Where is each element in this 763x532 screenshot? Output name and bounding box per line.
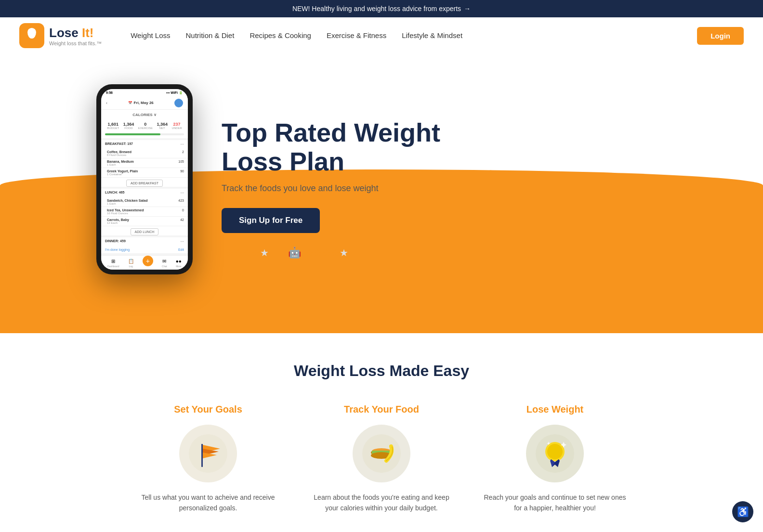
login-button[interactable]: Login xyxy=(697,27,744,45)
navbar: Lose It! Weight loss that fits.™ Weight … xyxy=(0,17,763,54)
cal-net: 1,364 NET xyxy=(157,122,168,130)
hero-title: Top Rated Weight Loss Plan xyxy=(222,118,462,176)
breakfast-section: BREAKFAST: 197 ··· Coffee, Brewed 8 Flui… xyxy=(101,140,188,187)
edit-link[interactable]: Edit xyxy=(178,248,184,251)
logo-name: Lose It! xyxy=(49,26,102,40)
phone-time: 9:56 xyxy=(106,91,113,95)
features-grid: Set Your Goals Tell us what you want to … xyxy=(117,404,646,514)
accessibility-button[interactable]: ♿ xyxy=(732,501,753,522)
top-banner: NEW! Healthy living and weight loss advi… xyxy=(0,0,763,17)
lunch-item-0: Sandwich, Chicken Salad 1 Each 423 xyxy=(101,197,188,207)
calories-row: 1,601 BUDGET 1,364 FOOD 0 EXERCISE 1,364… xyxy=(101,120,188,131)
svg-point-16 xyxy=(547,444,563,459)
nav-item-exercise[interactable]: Exercise & Fitness xyxy=(327,31,386,40)
phone-nav-add[interactable]: + xyxy=(143,256,153,266)
logo-icon xyxy=(19,23,44,48)
phone-nav-log[interactable]: 📋 Log xyxy=(128,259,134,268)
done-row: I'm done logging Edit xyxy=(101,246,188,253)
feature-track-title: Track Your Food xyxy=(309,404,454,415)
phone-nav-more[interactable]: ●● More xyxy=(176,259,182,268)
user-avatar xyxy=(174,99,183,107)
nav-item-lifestyle[interactable]: Lifestyle & Mindset xyxy=(402,31,462,40)
done-logging-text: I'm done logging xyxy=(105,248,130,251)
feature-track-icon xyxy=(353,425,410,482)
nav-item-recipes[interactable]: Recipes & Cooking xyxy=(250,31,311,40)
svg-point-3 xyxy=(31,31,33,33)
feature-track-food: Track Your Food Learn about the foods yo… xyxy=(309,404,454,514)
calories-header: CALORIES ∨ xyxy=(101,110,188,120)
lunch-section: LUNCH: 465 ··· Sandwich, Chicken Salad 1… xyxy=(101,189,188,235)
phone-mockup: 9:56 ▪▪▪ WiFi 🔋 ‹ 📅 Fri, May 26 CALORIES… xyxy=(96,84,193,274)
cal-exercise: 0 EXERCISE xyxy=(138,122,153,130)
feature-goals-desc: Tell us what you want to acheive and rec… xyxy=(136,492,280,514)
hero-content: 9:56 ▪▪▪ WiFi 🔋 ‹ 📅 Fri, May 26 CALORIES… xyxy=(0,84,763,303)
add-lunch-button[interactable]: ADD LUNCH xyxy=(131,228,159,235)
dinner-dots: ··· xyxy=(180,239,184,244)
feature-set-goals: Set Your Goals Tell us what you want to … xyxy=(136,404,280,514)
lunch-header: LUNCH: 465 ··· xyxy=(101,189,188,197)
phone-status-bar: 9:56 ▪▪▪ WiFi 🔋 xyxy=(101,89,188,97)
lunch-label: LUNCH: 465 xyxy=(105,191,124,195)
cal-budget: 1,601 BUDGET xyxy=(107,122,119,130)
breakfast-dots: ··· xyxy=(180,142,184,147)
hero-subtitle: Track the foods you love and lose weight xyxy=(222,183,462,194)
accessibility-icon: ♿ xyxy=(737,506,749,518)
android-stars: ★★★★★ xyxy=(305,247,348,259)
features-title: Weight Loss Made Easy xyxy=(19,362,744,380)
phone-screen: 9:56 ▪▪▪ WiFi 🔋 ‹ 📅 Fri, May 26 CALORIES… xyxy=(101,89,188,270)
breakfast-label: BREAKFAST: 197 xyxy=(105,142,133,147)
cal-under: 237 UNDER xyxy=(171,122,182,130)
breakfast-item-2: Greek Yogurt, Plain 1 Container 90 xyxy=(101,168,188,178)
phone-nav-dashboard[interactable]: ⊞ Dashboard xyxy=(107,259,119,268)
dinner-label: DINNER: 459 xyxy=(105,239,126,244)
progress-bar-wrap xyxy=(101,131,188,138)
svg-rect-5 xyxy=(201,444,203,467)
lunch-item-1: Iced Tea, Unsweetened 16 Fluid Ounces 0 xyxy=(101,207,188,217)
logo-text-area: Lose It! Weight loss that fits.™ xyxy=(49,26,102,46)
apple-stars: ★★★★★ xyxy=(225,247,269,259)
progress-fill xyxy=(105,133,160,135)
breakfast-header: BREAKFAST: 197 ··· xyxy=(101,140,188,149)
phone-nav-chat[interactable]: ✉ Chat xyxy=(162,259,167,268)
android-icon: 🤖 xyxy=(288,247,301,259)
dinner-header: DINNER: 459 ··· xyxy=(101,237,188,246)
phone-header: ‹ 📅 Fri, May 26 xyxy=(101,97,188,110)
dinner-section: DINNER: 459 ··· I'm done logging Edit xyxy=(101,237,188,253)
back-arrow: ‹ xyxy=(106,101,107,105)
hero-section: 9:56 ▪▪▪ WiFi 🔋 ‹ 📅 Fri, May 26 CALORIES… xyxy=(0,54,763,333)
feature-lose-weight: Lose Weight Reach your goals and continu… xyxy=(483,404,627,514)
features-section: Weight Loss Made Easy Set Your Goals Tel… xyxy=(0,333,763,532)
phone-nav: ⊞ Dashboard 📋 Log + ✉ Chat ●● More xyxy=(101,255,188,270)
logo-area: Lose It! Weight loss that fits.™ xyxy=(19,23,102,48)
svg-point-2 xyxy=(30,31,34,37)
ratings-row: ★★★★★ 🤖 ★★★★★ xyxy=(222,247,462,259)
logo-svg xyxy=(24,27,40,44)
banner-text: NEW! Healthy living and weight loss advi… xyxy=(292,5,461,13)
banner-arrow: → xyxy=(464,5,471,13)
cal-food: 1,364 FOOD xyxy=(123,122,134,130)
feature-goals-title: Set Your Goals xyxy=(136,404,280,415)
signup-button[interactable]: Sign Up for Free xyxy=(222,208,320,233)
svg-point-1 xyxy=(28,30,35,39)
add-breakfast-button[interactable]: ADD BREAKFAST xyxy=(126,180,163,187)
nav-links: Weight Loss Nutrition & Diet Recipes & C… xyxy=(131,31,697,40)
feature-goals-icon xyxy=(179,425,237,482)
feature-lose-icon xyxy=(526,425,584,482)
svg-rect-0 xyxy=(24,27,40,44)
apple-rating: ★★★★★ xyxy=(222,247,269,259)
phone-signal: ▪▪▪ WiFi 🔋 xyxy=(166,91,183,95)
nav-item-nutrition[interactable]: Nutrition & Diet xyxy=(186,31,235,40)
android-rating: 🤖 ★★★★★ xyxy=(288,247,348,259)
nav-item-weight-loss[interactable]: Weight Loss xyxy=(131,31,170,40)
logo-tagline: Weight loss that fits.™ xyxy=(49,40,102,46)
phone-date: 📅 Fri, May 26 xyxy=(128,101,154,105)
progress-bar xyxy=(105,133,184,135)
feature-track-desc: Learn about the foods you're eating and … xyxy=(309,492,454,514)
hero-text: Top Rated Weight Loss Plan Track the foo… xyxy=(222,118,462,259)
feature-lose-title: Lose Weight xyxy=(483,404,627,415)
feature-lose-desc: Reach your goals and continue to set new… xyxy=(483,492,627,514)
lunch-item-2: Carrots, Baby 12 Each 42 xyxy=(101,217,188,226)
breakfast-item-1: Banana, Medium 1 Each 105 xyxy=(101,158,188,168)
breakfast-item-0: Coffee, Brewed 8 Fluid Ounces 2 xyxy=(101,149,188,158)
lunch-dots: ··· xyxy=(180,191,184,195)
